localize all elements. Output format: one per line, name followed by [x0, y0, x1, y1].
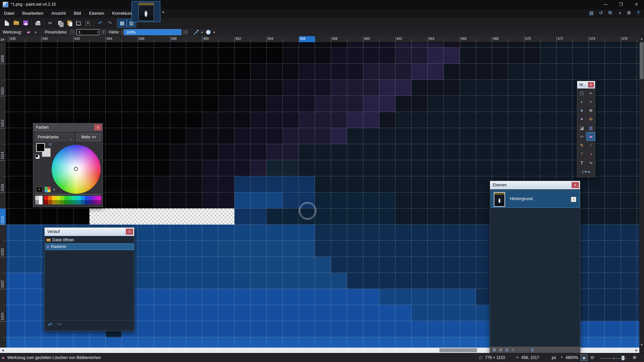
pixel-cell[interactable] [363, 112, 379, 128]
palette-swatch[interactable] [85, 200, 89, 204]
pixel-cell[interactable] [25, 80, 41, 96]
pixel-cell[interactable] [202, 337, 218, 348]
pixel-cell[interactable] [170, 64, 186, 80]
pixel-cell[interactable] [73, 80, 90, 96]
pixel-cell[interactable] [6, 112, 9, 128]
pixel-cell[interactable] [315, 289, 331, 305]
antialiasing-icon[interactable] [194, 33, 195, 35]
pixel-cell[interactable] [492, 96, 508, 112]
palette-swatch[interactable] [77, 196, 81, 200]
pixel-cell[interactable] [412, 144, 428, 160]
pixel-cell[interactable] [508, 96, 524, 112]
pixel-cell[interactable] [444, 80, 460, 96]
deselect-button[interactable]: ✕ [83, 19, 93, 27]
pixel-cell[interactable] [492, 64, 508, 80]
pixel-cell[interactable] [379, 241, 395, 257]
pixel-cell[interactable] [444, 128, 460, 144]
pixel-cell[interactable] [347, 192, 363, 208]
pixel-cell[interactable] [202, 128, 218, 144]
tools-window-toggle-icon[interactable]: ▤ [588, 10, 594, 15]
pixel-cell[interactable] [331, 144, 347, 160]
pixel-cell[interactable] [315, 160, 331, 176]
pixel-cell[interactable] [444, 273, 460, 289]
pixel-cell[interactable] [556, 80, 573, 96]
pixel-cell[interactable] [6, 128, 9, 144]
pixel-cell[interactable] [6, 48, 9, 64]
unit-selector[interactable]: px [552, 355, 556, 360]
move-selection-tool-icon[interactable]: ➢ [586, 97, 595, 106]
pixel-cell[interactable] [315, 48, 331, 64]
pixel-cell[interactable] [460, 64, 476, 80]
pixel-cell[interactable] [202, 160, 218, 176]
pixel-cell[interactable] [283, 225, 299, 241]
tab-overflow-chevron-icon[interactable]: » [162, 9, 164, 14]
pixel-cell[interactable] [154, 273, 170, 289]
brush-size-decrement-button[interactable]: − [70, 30, 75, 35]
pixel-cell[interactable] [251, 176, 267, 192]
pixel-cell[interactable] [637, 128, 639, 144]
pixel-cell[interactable] [9, 160, 25, 176]
pixel-cell[interactable] [476, 96, 492, 112]
palette-row-top[interactable] [44, 196, 101, 200]
pixel-cell[interactable] [412, 225, 428, 241]
pixel-cell[interactable] [299, 273, 315, 289]
pixel-cell[interactable] [234, 321, 251, 337]
pixel-cell[interactable] [202, 176, 218, 192]
pixel-cell[interactable] [218, 241, 234, 257]
pixel-cell[interactable] [41, 208, 57, 225]
menu-datei[interactable]: Datei [0, 9, 18, 18]
pixel-cell[interactable] [331, 128, 347, 144]
pixel-cell[interactable] [395, 305, 412, 321]
pixel-cell[interactable] [460, 80, 476, 96]
pixel-cell[interactable] [315, 112, 331, 128]
pixel-cell[interactable] [621, 176, 637, 192]
pixel-cell[interactable] [9, 96, 25, 112]
pixel-cell[interactable] [331, 112, 347, 128]
pixel-cell[interactable] [331, 321, 347, 337]
pixel-cell[interactable] [267, 225, 283, 241]
pixel-cell[interactable] [412, 192, 428, 208]
pixel-cell[interactable] [9, 273, 25, 289]
pixel-cell[interactable] [41, 64, 57, 80]
pixel-cell[interactable] [363, 321, 379, 337]
palette-swatch[interactable] [81, 200, 85, 204]
transparent-pixel-cell[interactable] [106, 208, 122, 225]
pixel-cell[interactable] [25, 305, 41, 321]
pixel-cell[interactable] [170, 289, 186, 305]
pixel-cell[interactable] [170, 273, 186, 289]
pixel-cell[interactable] [283, 144, 299, 160]
pixel-cell[interactable] [444, 192, 460, 208]
pixel-cell[interactable] [379, 160, 395, 176]
pixel-cell[interactable] [637, 160, 639, 176]
pixel-cell[interactable] [395, 225, 412, 241]
pixel-cell[interactable] [508, 160, 524, 176]
lasso-select-tool-icon[interactable]: ◗ [577, 97, 586, 106]
pixel-cell[interactable] [331, 225, 347, 241]
colors-window-titlebar[interactable]: Farben x [33, 123, 103, 132]
pixel-cell[interactable] [637, 289, 639, 305]
pixel-cell[interactable] [234, 192, 251, 208]
pixel-cell[interactable] [6, 225, 9, 241]
palette-swatch[interactable] [56, 200, 60, 204]
tools-window-titlebar[interactable]: W... x [577, 81, 595, 88]
pixel-cell[interactable] [315, 128, 331, 144]
pixel-cell[interactable] [428, 80, 444, 96]
pixel-cell[interactable] [283, 305, 299, 321]
transparent-pixel-cell[interactable] [154, 208, 170, 225]
pixel-cell[interactable] [234, 96, 251, 112]
pixel-cell[interactable] [138, 305, 154, 321]
pixel-cell[interactable] [347, 176, 363, 192]
transparent-pixel-cell[interactable] [90, 208, 106, 225]
pixel-cell[interactable] [379, 289, 395, 305]
pixel-cell[interactable] [170, 128, 186, 144]
pixel-cell[interactable] [444, 96, 460, 112]
pixel-cell[interactable] [170, 80, 186, 96]
pixel-cell[interactable] [186, 48, 202, 64]
history-redo-icon[interactable]: ↷ [57, 321, 61, 328]
pixel-cell[interactable] [234, 112, 251, 128]
pixel-cell[interactable] [138, 43, 154, 48]
colors-window-toggle-icon[interactable]: ◑ [616, 10, 623, 15]
pixel-cell[interactable] [202, 289, 218, 305]
pixel-cell[interactable] [315, 241, 331, 257]
pixel-cell[interactable] [379, 257, 395, 273]
